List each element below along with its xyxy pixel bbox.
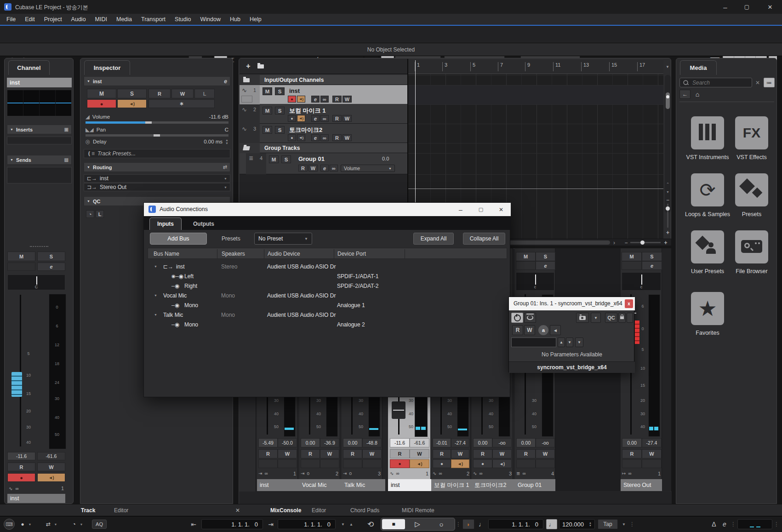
track-mute-button[interactable]: M [263,87,272,95]
inserts-section-header[interactable]: ▼ Inserts ▣ [7,125,72,134]
peak-value[interactable]: -27.4 [642,438,662,447]
inserts-bypass-icon[interactable]: ▣ [64,127,68,132]
sends-panel-icon[interactable]: ▤ [64,157,68,162]
track-row-inst[interactable]: ∿ 1 M S inst ● ◄) e ∞ R W [240,85,407,104]
punch-in-icon[interactable]: ▼ [339,520,347,528]
dialog-minimize-button[interactable]: – [451,203,470,216]
inspector-track-header[interactable]: ▼ inst e [84,76,230,86]
inspector-mute-button[interactable]: M [87,89,116,98]
plugin-qc-lock-button[interactable] [618,313,626,323]
tempo-display[interactable]: 120.000 ▲▼ [559,519,595,529]
track-timebase-box[interactable] [241,96,252,103]
peak-value[interactable]: -oo [492,438,512,447]
monitor-button[interactable]: ◄) [410,459,429,468]
level-value[interactable]: 0.00 [343,438,362,447]
sync-display[interactable] [737,519,772,529]
routing-row[interactable]: ∿ ∞ 3 [473,469,512,477]
read-button[interactable]: R [622,449,642,458]
channel-overview-display[interactable] [7,90,72,116]
solo-button[interactable]: S [642,252,662,261]
pan-value[interactable]: C [225,127,228,132]
media-back-button[interactable]: ← [679,90,691,99]
channel-pan-control[interactable]: C [7,275,65,290]
tab-inputs[interactable]: Inputs [149,217,182,230]
track-name[interactable]: Group 01 [298,155,325,162]
preset-dropdown[interactable]: ▼ [575,338,583,347]
tree-collapse-icon[interactable]: ▼ [154,294,157,297]
record-mode-icon[interactable]: ● [18,520,27,528]
media-list-view-button[interactable]: ≔ [764,78,775,87]
pan-row[interactable]: ◣◢ Pan C [84,126,230,134]
tempo-dropdown[interactable]: ▼ [620,520,628,528]
track-row-vocal-mic[interactable]: ∿ 2 M S 보컬 마이크 1 ● ◄) e ∞ R W [240,104,407,124]
dialog-maximize-button[interactable]: ▢ [471,203,491,216]
tile-loops-samples[interactable]: ⟳ [691,173,724,206]
record-button[interactable]: ○ [430,519,453,529]
channel-tab[interactable]: Channel [8,60,50,75]
preset-prev-button[interactable]: ▲ [558,338,565,347]
group-volume-value[interactable]: 0.0 [382,156,389,161]
level-value[interactable]: 0.00 [301,438,320,447]
plugin-titlebar[interactable]: Group 01: Ins. 1 - syncroom_vst_bridge_x… [509,297,635,310]
track-edit-button[interactable]: e [311,96,320,103]
read-button[interactable]: R [390,449,410,458]
expand-all-button[interactable]: Expand All [413,233,454,245]
monitor-button[interactable]: ◄) [451,459,469,468]
read-button[interactable]: R [258,449,278,458]
delay-spinner[interactable]: ▲▼ [225,138,228,145]
track-read-button[interactable]: R [298,165,308,172]
tile-label[interactable]: Presets [724,211,779,217]
menu-file[interactable]: File [2,16,20,23]
maximize-button[interactable]: ▢ [736,0,757,14]
track-read-button[interactable]: R [332,96,342,103]
peak-value[interactable]: -61.6 [410,438,429,447]
delay-value[interactable]: 0.00 ms [204,139,223,144]
channel-name[interactable]: 보컬 마이크 1 [431,479,474,491]
track-record-button[interactable]: ● [288,115,296,122]
tab-mixconsole[interactable]: MixConsole [270,507,301,514]
write-button[interactable]: W [410,449,429,458]
col-device-port[interactable]: Device Port [337,251,366,257]
level-value[interactable]: 0.00 [473,438,492,447]
vzoom-slider[interactable] [667,204,668,228]
tile-label[interactable]: Favorites [680,330,735,336]
track-record-button[interactable]: ● [288,134,296,141]
record-mode-dropdown[interactable]: ▼ [27,520,33,528]
track-solo-button[interactable]: S [275,87,285,95]
tab-editor[interactable]: Editor [312,507,326,514]
track-name[interactable]: 토크마이크2 [289,126,322,134]
peak-value[interactable]: -50.0 [278,438,297,447]
inspector-tab[interactable]: Inspector [84,60,130,75]
pan-slider[interactable] [86,134,228,137]
plugin-close-button[interactable]: x [625,299,633,308]
delay-row[interactable]: ◎ Delay 0.00 ms ▲▼ [84,137,230,146]
bus-row-talk-mic[interactable]: ▼ Talk Mic Mono Audient USB Audio ASIO D… [148,310,507,320]
dialog-titlebar[interactable]: Audio Connections – ▢ ✕ [144,203,511,216]
write-button[interactable]: W [536,449,555,458]
track-record-button[interactable]: ● [288,96,296,103]
peak-value[interactable]: -48.8 [362,438,382,447]
write-button[interactable]: W [278,449,297,458]
col-speakers[interactable]: Speakers [222,251,245,257]
plugin-snapshot-button[interactable] [576,313,589,323]
dialog-close-button[interactable]: ✕ [491,203,511,216]
bus-row-mono2[interactable]: –◉ Mono Analogue 2 [148,320,507,329]
routing-row[interactable]: ⇥ ∞ 1 [258,469,296,477]
edit-channel-icon[interactable]: e [224,78,227,85]
menu-window[interactable]: Window [196,16,225,23]
inspector-write-button[interactable]: W [171,89,194,98]
audio-perf-dropdown[interactable]: ▼ [78,520,85,528]
channel-solo-button[interactable]: S [37,252,65,261]
inspector-read-button[interactable]: R [148,89,171,98]
channel-name[interactable]: Talk Mic [342,479,385,491]
track-read-button[interactable]: R [332,134,342,141]
plugin-read-button[interactable]: R [512,325,523,335]
write-button[interactable]: W [320,449,339,458]
punch-out-icon[interactable]: ▲ [348,520,355,528]
track-write-button[interactable]: W [342,96,352,103]
monitor-button[interactable]: ◄) [492,459,512,468]
left-locator-flag-icon[interactable]: ⇤ [188,520,199,529]
hzoom-slider[interactable] [630,242,661,243]
level-value[interactable]: -5.49 [258,438,278,447]
pan-control[interactable]: c [622,272,661,291]
